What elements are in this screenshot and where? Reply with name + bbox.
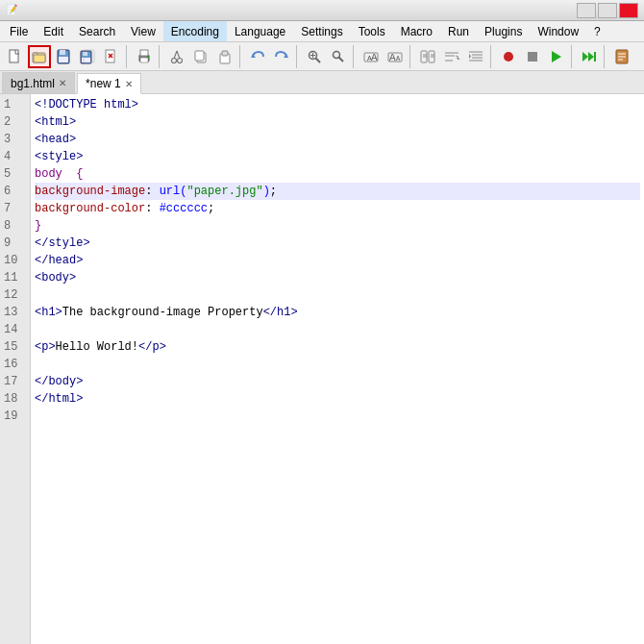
svg-rect-6	[59, 57, 68, 62]
svg-point-54	[504, 52, 513, 62]
svg-rect-0	[10, 50, 18, 62]
tab-new1-close[interactable]: ✕	[125, 79, 133, 89]
save-all-button[interactable]	[76, 45, 99, 68]
toolbar-separator-8	[571, 45, 575, 68]
menu-file[interactable]: File	[2, 21, 36, 41]
svg-marker-56	[552, 51, 561, 62]
code-line: </body>	[35, 373, 640, 390]
menu-tools[interactable]: Tools	[351, 21, 393, 41]
indent-button[interactable]	[464, 45, 487, 68]
menu-settings[interactable]: Settings	[293, 21, 350, 41]
menu-macro[interactable]: Macro	[393, 21, 440, 41]
find-button[interactable]	[303, 45, 326, 68]
toolbar-separator-6	[409, 45, 413, 68]
menu-bar: File Edit Search View Encoding Language …	[0, 21, 644, 42]
sync-scroll-icon	[420, 49, 435, 64]
svg-point-19	[178, 58, 183, 62]
maximize-button[interactable]	[598, 3, 617, 18]
line-numbers: 12345678910111213141516171819	[0, 94, 31, 644]
app-icon: 📝	[6, 4, 19, 17]
svg-rect-16	[140, 50, 148, 56]
code-editor[interactable]: <!DOCTYPE html><html><head><style>body {…	[31, 94, 644, 644]
code-line: <p>Hello World!</p>	[35, 338, 640, 356]
cut-icon	[169, 49, 185, 64]
copy-button[interactable]	[189, 45, 212, 68]
undo-button[interactable]	[246, 45, 269, 68]
window-controls[interactable]	[577, 3, 638, 18]
code-line: <!DOCTYPE html>	[35, 96, 640, 113]
svg-rect-55	[528, 52, 537, 62]
menu-search[interactable]: Search	[71, 21, 123, 41]
menu-run[interactable]: Run	[440, 21, 477, 41]
macro-play-icon	[549, 49, 564, 64]
code-line: }	[35, 217, 640, 235]
code-line: </style>	[35, 235, 640, 252]
redo-icon	[274, 49, 289, 64]
code-line: body {	[35, 165, 640, 183]
line-number: 5	[4, 165, 26, 183]
word-wrap-icon	[444, 49, 459, 64]
tab-bg1html-close[interactable]: ✕	[59, 78, 66, 88]
toolbar-separator-2	[159, 45, 162, 68]
close-button[interactable]	[619, 3, 638, 18]
svg-rect-15	[140, 58, 148, 62]
svg-rect-25	[222, 51, 228, 56]
line-number: 3	[4, 131, 26, 148]
close-file-button[interactable]	[100, 45, 123, 68]
toolbar-separator-7	[490, 45, 494, 68]
word-wrap-button[interactable]	[440, 45, 463, 68]
svg-marker-57	[582, 52, 588, 62]
macro-stop-button[interactable]	[521, 45, 544, 68]
svg-rect-5	[60, 50, 65, 55]
svg-line-20	[174, 51, 177, 59]
new-file-button[interactable]	[4, 45, 27, 68]
line-number: 1	[4, 96, 26, 113]
tab-new1-label: *new 1	[86, 77, 121, 90]
run-macro-multiple-icon	[582, 49, 597, 64]
svg-line-21	[177, 51, 180, 59]
copy-icon	[193, 49, 209, 64]
code-line: <h1>The background-image Property</h1>	[35, 304, 640, 321]
toolbar-separator-5	[353, 45, 357, 68]
menu-help[interactable]: ?	[586, 21, 608, 41]
find-in-files-button[interactable]	[327, 45, 350, 68]
zoom-out-button[interactable]: A A	[384, 45, 407, 68]
menu-plugins[interactable]: Plugins	[477, 21, 530, 41]
line-number: 7	[4, 200, 26, 217]
tab-bg1html[interactable]: bg1.html ✕	[2, 72, 75, 93]
line-number: 13	[4, 304, 26, 321]
save-button[interactable]	[52, 45, 75, 68]
code-line	[35, 321, 640, 338]
line-number: 19	[4, 408, 26, 425]
paste-button[interactable]	[213, 45, 236, 68]
toolbar-separator-1	[126, 45, 130, 68]
sync-scroll-button[interactable]	[416, 45, 439, 68]
open-button[interactable]	[28, 45, 51, 68]
code-line	[35, 408, 640, 425]
menu-view[interactable]: View	[123, 21, 163, 41]
line-number: 14	[4, 321, 26, 338]
redo-button[interactable]	[270, 45, 293, 68]
save-all-icon	[80, 49, 95, 64]
macro-play-button[interactable]	[545, 45, 568, 68]
macro-record-button[interactable]	[497, 45, 520, 68]
menu-edit[interactable]: Edit	[36, 21, 71, 41]
svg-line-33	[339, 57, 344, 62]
menu-encoding[interactable]: Encoding	[163, 21, 227, 41]
minimize-button[interactable]	[577, 3, 596, 18]
run-macro-multiple-button[interactable]	[578, 45, 601, 68]
zoom-in-button[interactable]: A A	[359, 45, 383, 68]
tab-new1[interactable]: *new 1 ✕	[77, 73, 141, 94]
menu-language[interactable]: Language	[227, 21, 293, 41]
line-number: 17	[4, 373, 26, 390]
print-button[interactable]	[133, 45, 156, 68]
menu-window[interactable]: Window	[530, 21, 586, 41]
cut-button[interactable]	[165, 45, 188, 68]
find-in-files-icon	[331, 49, 346, 64]
svg-text:A: A	[389, 52, 396, 63]
indent-icon	[468, 49, 483, 64]
tabs-bar: bg1.html ✕ *new 1 ✕	[0, 71, 644, 94]
svg-point-18	[172, 58, 177, 62]
zoom-in-icon: A A	[363, 49, 379, 64]
open-user-manual-button[interactable]	[610, 45, 633, 68]
